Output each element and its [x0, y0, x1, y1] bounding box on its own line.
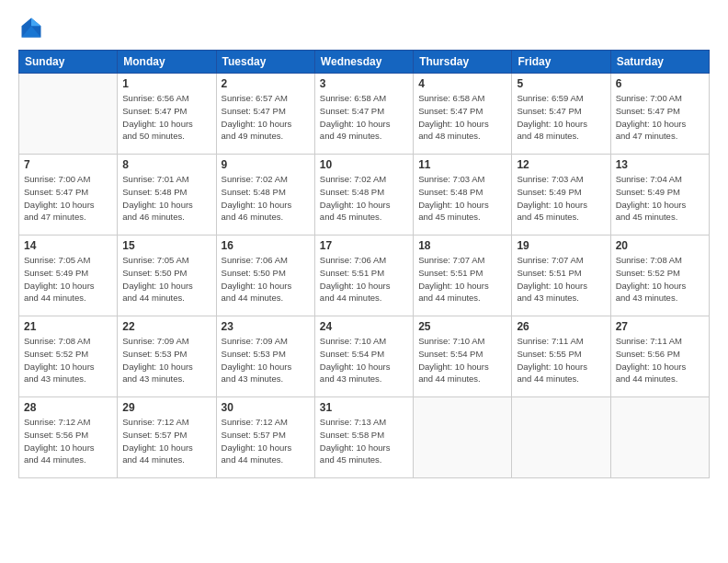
day-info: Sunrise: 7:05 AM Sunset: 5:50 PM Dayligh… — [122, 254, 210, 304]
day-info: Sunrise: 7:01 AM Sunset: 5:48 PM Dayligh… — [122, 173, 210, 224]
day-info: Sunrise: 7:06 AM Sunset: 5:50 PM Dayligh… — [222, 254, 310, 304]
day-info: Sunrise: 6:58 AM Sunset: 5:47 PM Dayligh… — [320, 92, 408, 143]
day-info: Sunrise: 7:07 AM Sunset: 5:51 PM Dayligh… — [418, 254, 506, 304]
day-cell: 2Sunrise: 6:57 AM Sunset: 5:47 PM Daylig… — [216, 74, 314, 155]
day-info: Sunrise: 7:00 AM Sunset: 5:47 PM Dayligh… — [24, 173, 112, 224]
logo-icon — [18, 15, 44, 40]
week-row-4: 21Sunrise: 7:08 AM Sunset: 5:52 PM Dayli… — [19, 316, 710, 397]
day-cell: 21Sunrise: 7:08 AM Sunset: 5:52 PM Dayli… — [19, 316, 118, 397]
day-number: 4 — [418, 77, 506, 90]
day-number: 30 — [222, 401, 310, 414]
day-number: 14 — [24, 239, 112, 252]
day-info: Sunrise: 7:06 AM Sunset: 5:51 PM Dayligh… — [320, 254, 408, 304]
day-cell: 24Sunrise: 7:10 AM Sunset: 5:54 PM Dayli… — [314, 316, 413, 397]
day-header-monday: Monday — [118, 51, 216, 74]
calendar-table: SundayMondayTuesdayWednesdayThursdayFrid… — [18, 50, 710, 478]
day-info: Sunrise: 7:00 AM Sunset: 5:47 PM Dayligh… — [616, 92, 704, 143]
day-cell: 12Sunrise: 7:03 AM Sunset: 5:49 PM Dayli… — [512, 155, 610, 236]
day-info: Sunrise: 7:10 AM Sunset: 5:54 PM Dayligh… — [418, 335, 506, 385]
day-cell — [512, 397, 610, 478]
day-info: Sunrise: 6:57 AM Sunset: 5:47 PM Dayligh… — [222, 92, 310, 143]
day-info: Sunrise: 7:08 AM Sunset: 5:52 PM Dayligh… — [24, 335, 112, 385]
day-cell: 23Sunrise: 7:09 AM Sunset: 5:53 PM Dayli… — [216, 316, 314, 397]
day-cell: 1Sunrise: 6:56 AM Sunset: 5:47 PM Daylig… — [118, 74, 216, 155]
day-header-saturday: Saturday — [610, 51, 709, 74]
day-number: 19 — [517, 239, 605, 252]
day-cell: 7Sunrise: 7:00 AM Sunset: 5:47 PM Daylig… — [19, 155, 118, 236]
svg-marker-1 — [31, 18, 41, 27]
day-info: Sunrise: 7:09 AM Sunset: 5:53 PM Dayligh… — [222, 335, 310, 385]
day-info: Sunrise: 6:56 AM Sunset: 5:47 PM Dayligh… — [122, 92, 210, 143]
day-info: Sunrise: 7:09 AM Sunset: 5:53 PM Dayligh… — [122, 335, 210, 385]
day-number: 17 — [320, 239, 408, 252]
day-number: 28 — [24, 401, 112, 414]
day-info: Sunrise: 7:02 AM Sunset: 5:48 PM Dayligh… — [222, 173, 310, 224]
day-info: Sunrise: 7:10 AM Sunset: 5:54 PM Dayligh… — [320, 335, 408, 385]
day-number: 18 — [418, 239, 506, 252]
day-number: 13 — [616, 158, 704, 171]
day-info: Sunrise: 7:07 AM Sunset: 5:51 PM Dayligh… — [517, 254, 605, 304]
day-number: 9 — [222, 158, 310, 171]
day-cell: 6Sunrise: 7:00 AM Sunset: 5:47 PM Daylig… — [610, 74, 709, 155]
day-number: 25 — [418, 320, 506, 333]
day-number: 2 — [222, 77, 310, 90]
day-info: Sunrise: 6:58 AM Sunset: 5:47 PM Dayligh… — [418, 92, 506, 143]
day-number: 1 — [122, 77, 210, 90]
day-info: Sunrise: 7:11 AM Sunset: 5:55 PM Dayligh… — [517, 335, 605, 385]
day-number: 16 — [222, 239, 310, 252]
day-cell: 15Sunrise: 7:05 AM Sunset: 5:50 PM Dayli… — [118, 236, 216, 316]
day-number: 27 — [616, 320, 704, 333]
day-info: Sunrise: 6:59 AM Sunset: 5:47 PM Dayligh… — [517, 92, 605, 143]
day-info: Sunrise: 7:03 AM Sunset: 5:48 PM Dayligh… — [418, 173, 506, 224]
day-info: Sunrise: 7:04 AM Sunset: 5:49 PM Dayligh… — [616, 173, 704, 224]
day-cell: 16Sunrise: 7:06 AM Sunset: 5:50 PM Dayli… — [216, 236, 314, 316]
day-cell — [610, 397, 709, 478]
day-number: 12 — [517, 158, 605, 171]
day-number: 22 — [122, 320, 210, 333]
day-cell: 19Sunrise: 7:07 AM Sunset: 5:51 PM Dayli… — [512, 236, 610, 316]
day-info: Sunrise: 7:02 AM Sunset: 5:48 PM Dayligh… — [320, 173, 408, 224]
day-number: 3 — [320, 77, 408, 90]
day-cell: 10Sunrise: 7:02 AM Sunset: 5:48 PM Dayli… — [314, 155, 413, 236]
week-row-5: 28Sunrise: 7:12 AM Sunset: 5:56 PM Dayli… — [19, 397, 710, 478]
day-header-sunday: Sunday — [19, 51, 118, 74]
day-cell: 9Sunrise: 7:02 AM Sunset: 5:48 PM Daylig… — [216, 155, 314, 236]
calendar-header-row: SundayMondayTuesdayWednesdayThursdayFrid… — [19, 51, 710, 74]
day-info: Sunrise: 7:12 AM Sunset: 5:57 PM Dayligh… — [122, 416, 210, 466]
day-info: Sunrise: 7:11 AM Sunset: 5:56 PM Dayligh… — [616, 335, 704, 385]
day-cell: 11Sunrise: 7:03 AM Sunset: 5:48 PM Dayli… — [414, 155, 512, 236]
day-number: 31 — [320, 401, 408, 414]
day-info: Sunrise: 7:08 AM Sunset: 5:52 PM Dayligh… — [616, 254, 704, 304]
day-cell: 3Sunrise: 6:58 AM Sunset: 5:47 PM Daylig… — [314, 74, 413, 155]
day-cell: 28Sunrise: 7:12 AM Sunset: 5:56 PM Dayli… — [19, 397, 118, 478]
day-number: 11 — [418, 158, 506, 171]
calendar-container: SundayMondayTuesdayWednesdayThursdayFrid… — [0, 0, 728, 563]
day-cell: 8Sunrise: 7:01 AM Sunset: 5:48 PM Daylig… — [118, 155, 216, 236]
day-number: 5 — [517, 77, 605, 90]
day-info: Sunrise: 7:13 AM Sunset: 5:58 PM Dayligh… — [320, 416, 408, 466]
day-cell: 4Sunrise: 6:58 AM Sunset: 5:47 PM Daylig… — [414, 74, 512, 155]
day-info: Sunrise: 7:05 AM Sunset: 5:49 PM Dayligh… — [24, 254, 112, 304]
day-header-friday: Friday — [512, 51, 610, 74]
day-cell: 18Sunrise: 7:07 AM Sunset: 5:51 PM Dayli… — [414, 236, 512, 316]
day-number: 24 — [320, 320, 408, 333]
week-row-3: 14Sunrise: 7:05 AM Sunset: 5:49 PM Dayli… — [19, 236, 710, 316]
header — [18, 15, 710, 40]
day-cell: 27Sunrise: 7:11 AM Sunset: 5:56 PM Dayli… — [610, 316, 709, 397]
day-number: 21 — [24, 320, 112, 333]
day-number: 20 — [616, 239, 704, 252]
day-header-thursday: Thursday — [414, 51, 512, 74]
day-cell — [414, 397, 512, 478]
day-header-tuesday: Tuesday — [216, 51, 314, 74]
logo — [18, 15, 48, 40]
day-cell: 25Sunrise: 7:10 AM Sunset: 5:54 PM Dayli… — [414, 316, 512, 397]
day-cell: 17Sunrise: 7:06 AM Sunset: 5:51 PM Dayli… — [314, 236, 413, 316]
day-header-wednesday: Wednesday — [314, 51, 413, 74]
week-row-1: 1Sunrise: 6:56 AM Sunset: 5:47 PM Daylig… — [19, 74, 710, 155]
day-info: Sunrise: 7:03 AM Sunset: 5:49 PM Dayligh… — [517, 173, 605, 224]
day-cell: 31Sunrise: 7:13 AM Sunset: 5:58 PM Dayli… — [314, 397, 413, 478]
day-cell: 20Sunrise: 7:08 AM Sunset: 5:52 PM Dayli… — [610, 236, 709, 316]
day-cell: 14Sunrise: 7:05 AM Sunset: 5:49 PM Dayli… — [19, 236, 118, 316]
day-cell — [19, 74, 118, 155]
day-cell: 22Sunrise: 7:09 AM Sunset: 5:53 PM Dayli… — [118, 316, 216, 397]
